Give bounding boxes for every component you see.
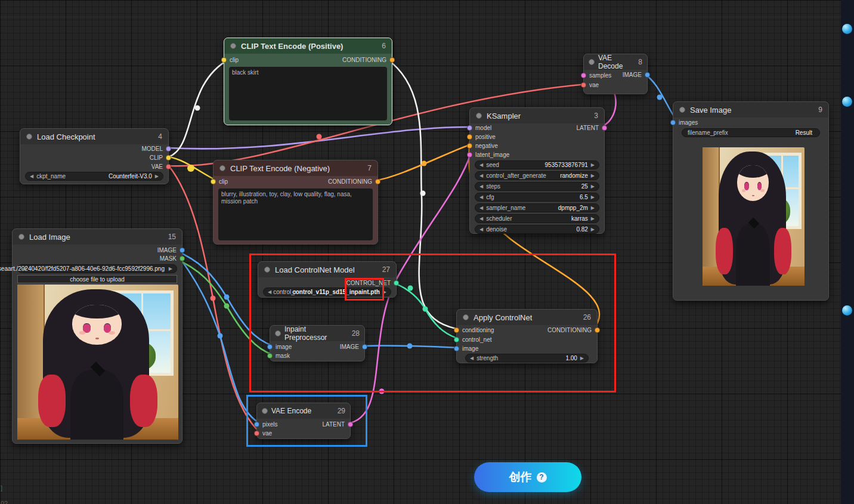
node-load-controlnet-model[interactable]: Load ControlNet Model 27 CONTROL_NET ◀ c… bbox=[258, 261, 397, 298]
port-dot-clip[interactable] bbox=[211, 179, 216, 184]
sampler-name-widget[interactable]: ◀ sampler_name dpmpp_2m ▶ bbox=[475, 203, 599, 212]
node-header[interactable]: KSampler 3 bbox=[470, 108, 604, 123]
negative-prompt-textarea[interactable]: blurry, illustration, toy, clay, low qua… bbox=[218, 188, 373, 240]
port-dot-image[interactable] bbox=[362, 344, 367, 350]
next-arrow-icon[interactable]: ▶ bbox=[591, 225, 595, 234]
collapse-dot-icon[interactable] bbox=[679, 107, 685, 113]
input-port-model[interactable]: model bbox=[467, 124, 491, 131]
port-dot-image[interactable] bbox=[254, 422, 259, 427]
port-dot-conditioning[interactable] bbox=[375, 179, 380, 184]
input-port-images[interactable]: images bbox=[670, 119, 698, 126]
create-button[interactable]: 创作 ? bbox=[474, 462, 581, 492]
floating-orb-icon[interactable] bbox=[842, 305, 852, 316]
port-dot-model[interactable] bbox=[467, 125, 472, 131]
node-save-image[interactable]: Save Image 9 images filename_prefix Resu… bbox=[673, 101, 829, 301]
prev-arrow-icon[interactable]: ◀ bbox=[30, 172, 33, 181]
scheduler-widget[interactable]: ◀ scheduler karras ▶ bbox=[475, 214, 599, 223]
cfg-widget[interactable]: ◀ cfg 6.5 ▶ bbox=[475, 193, 599, 202]
port-dot-vae[interactable] bbox=[166, 164, 171, 169]
output-port-image[interactable]: IMAGE bbox=[623, 71, 650, 78]
input-port-clip[interactable]: clip bbox=[211, 178, 228, 185]
seed-widget[interactable]: ◀ seed 9535733876791 ▶ bbox=[475, 160, 599, 169]
input-port-vae[interactable]: vae bbox=[581, 81, 599, 88]
filename-prefix-widget[interactable]: filename_prefix Result bbox=[682, 128, 820, 137]
collapse-dot-icon[interactable] bbox=[26, 134, 32, 140]
floating-orb-icon[interactable] bbox=[842, 97, 852, 107]
output-port-conditioning[interactable]: CONDITIONING bbox=[328, 178, 380, 185]
input-port-positive[interactable]: positive bbox=[467, 133, 496, 140]
prev-arrow-icon[interactable]: ◀ bbox=[22, 264, 26, 273]
node-ksampler[interactable]: KSampler 3 model positive negative laten… bbox=[469, 107, 605, 234]
node-apply-controlnet[interactable]: Apply ControlNet 26 conditioning control… bbox=[456, 309, 598, 363]
node-header[interactable]: Inpaint Preprocessor 28 bbox=[270, 326, 364, 341]
prev-arrow-icon[interactable]: ◀ bbox=[479, 160, 483, 169]
port-dot-vae[interactable] bbox=[581, 82, 586, 88]
port-dot-conditioning[interactable] bbox=[467, 143, 472, 149]
output-port-image[interactable]: IMAGE bbox=[340, 343, 367, 350]
node-header[interactable]: Load Checkpoint 4 bbox=[20, 129, 168, 144]
collapse-dot-icon[interactable] bbox=[262, 408, 268, 414]
input-port-image[interactable]: image bbox=[267, 343, 292, 350]
node-clip-text-encode-positive[interactable]: CLIP Text Encode (Positive) 6 clip CONDI… bbox=[224, 38, 392, 125]
collapse-dot-icon[interactable] bbox=[275, 330, 281, 336]
strength-widget[interactable]: ◀ strength 1.00 ▶ bbox=[465, 354, 589, 363]
input-port-clip[interactable]: clip bbox=[221, 56, 239, 63]
output-port-conditioning[interactable]: CONDITIONING bbox=[547, 326, 600, 333]
input-port-negative[interactable]: negative bbox=[467, 142, 498, 149]
input-port-conditioning[interactable]: conditioning bbox=[454, 326, 494, 333]
port-dot-clip[interactable] bbox=[221, 57, 227, 63]
next-arrow-icon[interactable]: ▶ bbox=[591, 171, 595, 180]
port-dot-image[interactable] bbox=[645, 72, 650, 78]
collapse-dot-icon[interactable] bbox=[589, 59, 595, 65]
prev-arrow-icon[interactable]: ◀ bbox=[479, 171, 483, 180]
port-dot-image[interactable] bbox=[454, 346, 459, 351]
ckpt-name-widget[interactable]: ◀ ckpt_name Counterfeit-V3.0 ▶ bbox=[25, 172, 163, 181]
port-dot-conditioning[interactable] bbox=[454, 327, 459, 333]
port-dot-vae[interactable] bbox=[254, 431, 259, 436]
next-arrow-icon[interactable]: ▶ bbox=[591, 193, 595, 202]
output-port-model[interactable]: MODEL bbox=[141, 145, 171, 152]
control-after-generate-widget[interactable]: ◀ control_after_generate randomize ▶ bbox=[475, 171, 599, 180]
prev-arrow-icon[interactable]: ◀ bbox=[479, 193, 483, 202]
output-port-latent[interactable]: LATENT bbox=[322, 420, 353, 428]
output-port-clip[interactable]: CLIP bbox=[150, 154, 171, 161]
node-clip-text-encode-negative[interactable]: CLIP Text Encode (Negative) 7 clip CONDI… bbox=[213, 160, 378, 245]
output-port-latent[interactable]: LATENT bbox=[576, 124, 607, 131]
port-dot-model[interactable] bbox=[166, 146, 171, 151]
input-port-control-net[interactable]: control_net bbox=[454, 336, 491, 343]
port-dot-control-net[interactable] bbox=[394, 280, 399, 286]
port-dot-conditioning[interactable] bbox=[467, 134, 472, 140]
prev-arrow-icon[interactable]: ◀ bbox=[268, 287, 271, 296]
port-dot-mask[interactable] bbox=[267, 353, 273, 358]
collapse-dot-icon[interactable] bbox=[230, 43, 236, 49]
input-port-vae[interactable]: vae bbox=[254, 429, 272, 437]
help-icon[interactable]: ? bbox=[537, 472, 547, 483]
next-arrow-icon[interactable]: ▶ bbox=[155, 172, 159, 181]
node-header[interactable]: VAE Decode 8 bbox=[584, 54, 647, 70]
next-arrow-icon[interactable]: ▶ bbox=[580, 354, 584, 363]
port-dot-latent[interactable] bbox=[348, 422, 353, 427]
output-port-image[interactable]: IMAGE bbox=[157, 246, 185, 253]
port-dot-latent[interactable] bbox=[581, 73, 586, 78]
next-arrow-icon[interactable]: ▶ bbox=[591, 160, 595, 169]
node-header[interactable]: Apply ControlNet 26 bbox=[457, 310, 597, 325]
node-inpaint-preprocessor[interactable]: Inpaint Preprocessor 28 image mask IMAGE bbox=[270, 325, 365, 361]
prev-arrow-icon[interactable]: ◀ bbox=[479, 182, 483, 191]
input-port-samples[interactable]: samples bbox=[581, 72, 611, 79]
node-vae-decode[interactable]: VAE Decode 8 samples vae IMAGE bbox=[583, 54, 648, 94]
node-vae-encode[interactable]: VAE Encode 29 pixels vae LATENT bbox=[256, 403, 351, 439]
output-port-control-net[interactable]: CONTROL_NET bbox=[346, 279, 399, 286]
prev-arrow-icon[interactable]: ◀ bbox=[479, 214, 483, 223]
next-arrow-icon[interactable]: ▶ bbox=[591, 182, 595, 191]
port-dot-control-net[interactable] bbox=[454, 337, 459, 342]
port-dot-image[interactable] bbox=[180, 248, 185, 253]
input-port-latent-image[interactable]: latent_image bbox=[467, 151, 509, 158]
choose-file-button[interactable]: choose file to upload bbox=[17, 275, 177, 283]
collapse-dot-icon[interactable] bbox=[264, 267, 270, 273]
port-dot-clip[interactable] bbox=[166, 155, 171, 160]
control-net-name-widget[interactable]: ◀ control_net_ control_v11p_sd15_inpaint… bbox=[263, 287, 391, 296]
prev-arrow-icon[interactable]: ◀ bbox=[479, 225, 483, 234]
collapse-dot-icon[interactable] bbox=[18, 234, 24, 240]
port-dot-image[interactable] bbox=[267, 344, 273, 350]
input-port-image[interactable]: image bbox=[454, 345, 478, 352]
